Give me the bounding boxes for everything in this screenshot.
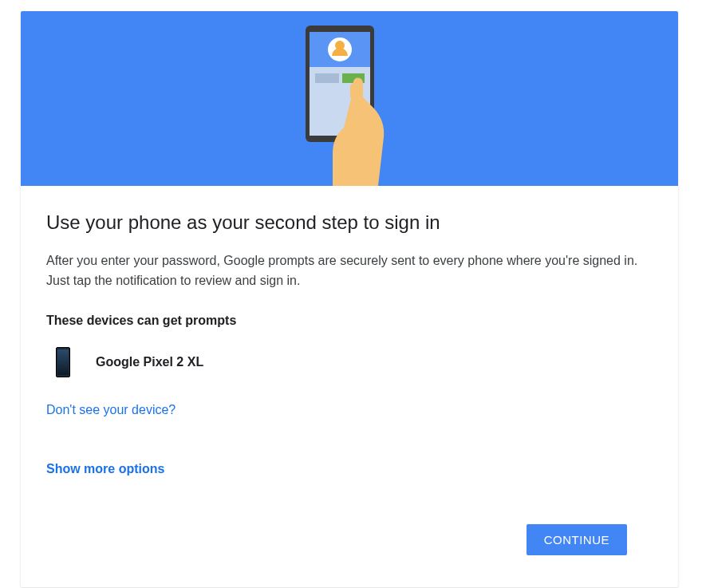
continue-button[interactable]: CONTINUE bbox=[527, 524, 627, 555]
device-thumbnail-icon bbox=[56, 347, 70, 377]
footer-actions: CONTINUE bbox=[46, 524, 653, 555]
dont-see-device-link[interactable]: Don't see your device? bbox=[46, 403, 176, 417]
device-row: Google Pixel 2 XL bbox=[56, 347, 653, 377]
svg-rect-5 bbox=[315, 73, 339, 83]
page-title: Use your phone as your second step to si… bbox=[46, 211, 653, 234]
hero-banner bbox=[21, 11, 678, 186]
two-step-setup-card: Use your phone as your second step to si… bbox=[21, 11, 678, 587]
description-text: After you enter your password, Google pr… bbox=[46, 251, 653, 291]
device-name: Google Pixel 2 XL bbox=[96, 355, 203, 369]
devices-heading: These devices can get prompts bbox=[46, 314, 653, 328]
phone-prompt-illustration bbox=[298, 26, 401, 186]
content-area: Use your phone as your second step to si… bbox=[21, 186, 678, 587]
show-more-options-link[interactable]: Show more options bbox=[46, 462, 164, 476]
